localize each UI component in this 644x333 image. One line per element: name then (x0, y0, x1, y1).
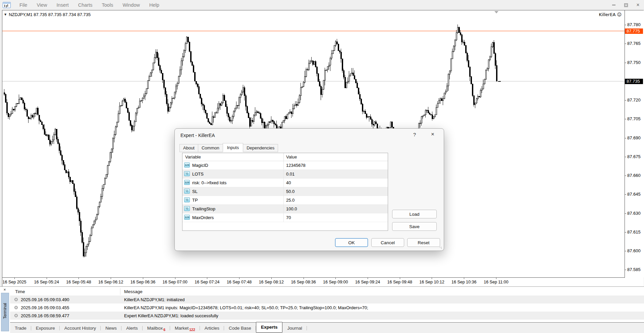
window-controls: × (608, 0, 644, 10)
time-axis-tick (143, 278, 143, 279)
dialog-resize-grip[interactable] (439, 247, 442, 249)
param-value[interactable]: 12345678 (286, 163, 306, 168)
log-row[interactable]: 2025.09.16 05:09:03.490KillerEA NZDJPY,M… (10, 295, 644, 304)
log-time: 2025.09.16 05:08:59.477 (21, 313, 69, 318)
param-row[interactable]: 123risk: 0-->fixed lots40 (182, 179, 388, 187)
dialog-tab-common[interactable]: Common (198, 144, 223, 152)
log-time: 2025.09.16 05:09:03.455 (21, 305, 69, 310)
param-value[interactable]: 70 (286, 215, 291, 220)
terminal-tab-code-base[interactable]: Code Base (224, 324, 256, 332)
terminal-tab-label: Account History (64, 326, 96, 331)
minimize-icon (612, 5, 615, 5)
time-axis-label: 16 Sep 07:24 (195, 280, 219, 284)
log-entry-icon (14, 298, 18, 301)
minimize-button[interactable] (608, 0, 620, 10)
price-axis[interactable]: 87.78087.77587.76587.75087.73587.72087.7… (625, 10, 644, 277)
time-axis[interactable]: 16 Sep 202516 Sep 05:2416 Sep 05:4816 Se… (2, 278, 625, 286)
param-row[interactable]: ½TP25.0 (182, 196, 388, 205)
time-axis-label: 16 Sep 07:48 (227, 280, 252, 284)
inputs-table-header: Variable Value (182, 153, 388, 161)
terminal-tab-trade[interactable]: Trade (10, 324, 31, 332)
menu-help[interactable]: Help (145, 0, 164, 10)
log-table-header: Time Message (10, 287, 644, 296)
param-row[interactable]: 123MagicID12345678 (182, 161, 388, 170)
log-rows: 2025.09.16 05:09:03.490KillerEA NZDJPY,M… (10, 295, 644, 320)
param-value[interactable]: 25.0 (286, 198, 294, 203)
param-row[interactable]: 123MaxOrders70 (182, 213, 388, 222)
save-button[interactable]: Save (392, 222, 437, 231)
terminal-tab-market[interactable]: Market122 (170, 324, 200, 332)
terminal-tab-bar: TradeExposureAccount HistoryNewsAlertsMa… (10, 322, 644, 333)
terminal-tab-label: Exposure (36, 326, 55, 331)
time-axis-tick (432, 278, 432, 279)
reset-button[interactable]: Reset (407, 238, 440, 247)
param-row[interactable]: ½LOTS0.01 (182, 170, 388, 179)
terminal-close-button[interactable]: × (2, 287, 7, 292)
chart-ohlc-title: ▼ NZDJPY,M1 87.735 87.735 87.734 87.735 (4, 12, 91, 17)
log-message: KillerEA NZDJPY,M1: initialized (124, 297, 184, 302)
log-row[interactable]: 2025.09.16 05:09:03.455KillerEA NZDJPY,M… (10, 304, 644, 312)
price-axis-label: 87.690 (625, 135, 644, 141)
price-axis-label: 87.630 (625, 211, 644, 216)
param-type-double-icon: ½ (184, 197, 190, 202)
price-axis-label: 87.720 (625, 97, 644, 103)
terminal-caption[interactable]: Terminal (1, 293, 9, 331)
log-entry-icon (14, 306, 18, 309)
terminal-tab-mailbox[interactable]: Mailbox6 (143, 324, 170, 332)
time-axis-label: 16 Sep 10:12 (419, 280, 444, 284)
symbol-dropdown-icon[interactable]: ▼ (4, 13, 6, 16)
terminal-tab-experts[interactable]: Experts (256, 322, 283, 333)
terminal-tab-label: Market (175, 326, 189, 331)
log-entry-icon (14, 314, 18, 317)
close-icon: × (636, 2, 639, 8)
menu-insert[interactable]: Insert (52, 0, 73, 10)
terminal-tab-label: Journal (287, 326, 302, 331)
terminal-tab-journal[interactable]: Journal (282, 324, 307, 332)
cancel-button[interactable]: Cancel (371, 238, 404, 247)
param-value[interactable]: 50.0 (286, 189, 294, 194)
expert-dialog: Expert - KillerEA ? × AboutCommonInputsD… (174, 128, 444, 251)
dialog-tab-about[interactable]: About (179, 144, 198, 152)
inputs-table: Variable Value 123MagicID12345678½LOTS0.… (182, 153, 388, 231)
param-name: TrailingStop (192, 206, 215, 211)
price-axis-label: 87.600 (625, 248, 644, 254)
param-row[interactable]: ½SL50.0 (182, 187, 388, 196)
close-button[interactable]: × (632, 0, 644, 10)
menu-charts[interactable]: Charts (73, 0, 97, 10)
terminal-tab-label: Experts (261, 325, 278, 330)
dialog-close-button[interactable]: × (427, 131, 438, 139)
dialog-tab-dependencies[interactable]: Dependencies (243, 144, 278, 152)
param-row[interactable]: ½TrailingStop100.0 (182, 205, 388, 213)
terminal-tab-articles[interactable]: Articles (200, 324, 224, 332)
log-time: 2025.09.16 05:09:03.490 (21, 297, 69, 302)
time-axis-label: 16 Sep 08:12 (259, 280, 284, 284)
price-axis-label: 87.780 (625, 22, 644, 27)
time-axis-label: 16 Sep 05:48 (66, 280, 91, 284)
time-axis-tick (47, 278, 47, 279)
restore-button[interactable] (620, 0, 632, 10)
terminal-tab-alerts[interactable]: Alerts (121, 324, 143, 332)
param-value[interactable]: 40 (286, 180, 291, 185)
load-button[interactable]: Load (392, 210, 437, 218)
inputs-table-rows: 123MagicID12345678½LOTS0.01123risk: 0-->… (182, 161, 388, 222)
time-axis-tick (304, 278, 304, 279)
menu-file[interactable]: File (15, 0, 32, 10)
param-value[interactable]: 100.0 (286, 206, 297, 211)
chart-system-menu-icon[interactable] (3, 2, 11, 8)
time-axis-label: 16 Sep 09:24 (355, 280, 380, 284)
terminal-tab-exposure[interactable]: Exposure (31, 324, 60, 332)
time-axis-tick (335, 278, 336, 279)
log-row[interactable]: 2025.09.16 05:08:59.477Expert KillerEA N… (10, 312, 644, 320)
dialog-tab-inputs[interactable]: Inputs (223, 143, 243, 152)
ok-button[interactable]: OK (335, 238, 368, 247)
terminal-tab-label: Code Base (229, 326, 251, 331)
terminal-tab-account-history[interactable]: Account History (60, 324, 101, 332)
price-axis-label: 87.750 (625, 60, 644, 65)
chart-shift-marker-icon[interactable] (494, 11, 498, 13)
menu-window[interactable]: Window (118, 0, 145, 10)
menu-tools[interactable]: Tools (97, 0, 118, 10)
param-value[interactable]: 0.01 (286, 172, 294, 177)
dialog-help-button[interactable]: ? (410, 132, 420, 139)
terminal-tab-news[interactable]: News (101, 324, 121, 332)
menu-view[interactable]: View (32, 0, 52, 10)
